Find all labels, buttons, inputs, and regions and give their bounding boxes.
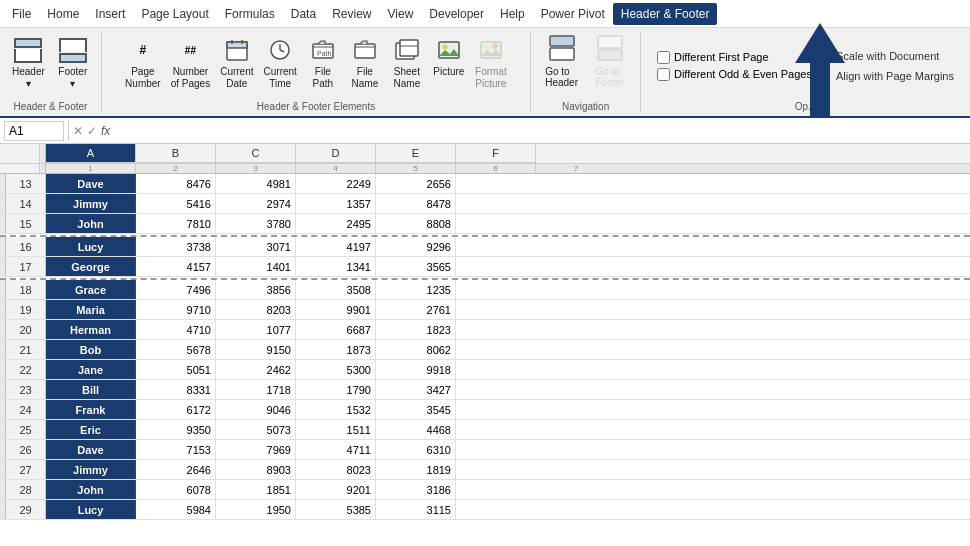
data-cell-e[interactable]: 6310	[376, 440, 456, 459]
file-path-button[interactable]: Path FilePath	[303, 32, 343, 92]
data-cell-b[interactable]: 5416	[136, 194, 216, 213]
data-cell-c[interactable]: 9046	[216, 400, 296, 419]
data-cell-c[interactable]: 4981	[216, 174, 296, 193]
page-number-button[interactable]: # PageNumber	[121, 32, 165, 92]
menu-file[interactable]: File	[4, 3, 39, 25]
data-cell-c[interactable]: 8903	[216, 460, 296, 479]
data-cell-f[interactable]	[456, 174, 536, 193]
sheet-name-button[interactable]: SheetName	[387, 32, 427, 92]
data-cell-f[interactable]	[456, 300, 536, 319]
data-cell-d[interactable]: 4711	[296, 440, 376, 459]
data-cell-f[interactable]	[456, 400, 536, 419]
scale-with-document-item[interactable]: Scale with Document	[836, 50, 954, 62]
data-cell-c[interactable]: 1718	[216, 380, 296, 399]
data-cell-name[interactable]: Jane	[46, 360, 136, 379]
data-cell-c[interactable]: 3071	[216, 237, 296, 256]
menu-developer[interactable]: Developer	[421, 3, 492, 25]
cancel-icon[interactable]: ✕	[73, 124, 83, 138]
data-cell-d[interactable]: 1511	[296, 420, 376, 439]
data-cell-b[interactable]: 5984	[136, 500, 216, 519]
data-cell-b[interactable]: 9710	[136, 300, 216, 319]
data-cell-name[interactable]: Dave	[46, 440, 136, 459]
data-cell-name[interactable]: Herman	[46, 320, 136, 339]
data-cell-d[interactable]: 1532	[296, 400, 376, 419]
different-first-page-checkbox[interactable]	[657, 51, 670, 64]
menu-home[interactable]: Home	[39, 3, 87, 25]
table-row[interactable]: 24Frank6172904615323545	[0, 400, 970, 420]
data-cell-d[interactable]: 8023	[296, 460, 376, 479]
data-cell-e[interactable]: 3545	[376, 400, 456, 419]
data-cell-e[interactable]: 3186	[376, 480, 456, 499]
data-cell-c[interactable]: 1851	[216, 480, 296, 499]
data-cell-e[interactable]: 2761	[376, 300, 456, 319]
table-row[interactable]: 20Herman4710107766871823	[0, 320, 970, 340]
go-to-footer-button[interactable]: Go toFooter	[588, 32, 632, 90]
data-cell-f[interactable]	[456, 440, 536, 459]
data-cell-name[interactable]: John	[46, 480, 136, 499]
data-cell-f[interactable]	[456, 460, 536, 479]
menu-power-pivot[interactable]: Power Pivot	[533, 3, 613, 25]
confirm-icon[interactable]: ✓	[87, 124, 97, 138]
data-cell-c[interactable]: 3780	[216, 214, 296, 233]
data-cell-b[interactable]: 2646	[136, 460, 216, 479]
align-with-margins-item[interactable]: Align with Page Margins	[836, 70, 954, 82]
data-cell-f[interactable]	[456, 420, 536, 439]
data-cell-b[interactable]: 8331	[136, 380, 216, 399]
fx-icon[interactable]: fx	[101, 124, 110, 138]
data-cell-c[interactable]: 1401	[216, 257, 296, 276]
data-cell-name[interactable]: George	[46, 257, 136, 276]
data-cell-e[interactable]: 9918	[376, 360, 456, 379]
data-cell-name[interactable]: Dave	[46, 174, 136, 193]
data-cell-e[interactable]: 8478	[376, 194, 456, 213]
col-a-header[interactable]: A	[46, 144, 136, 163]
data-cell-e[interactable]: 3565	[376, 257, 456, 276]
table-row[interactable]: 27Jimmy2646890380231819	[0, 460, 970, 480]
col-f-header[interactable]: F	[456, 144, 536, 163]
data-cell-c[interactable]: 2462	[216, 360, 296, 379]
data-cell-name[interactable]: Grace	[46, 280, 136, 299]
cell-reference-box[interactable]: A1	[4, 121, 64, 141]
data-cell-e[interactable]: 1819	[376, 460, 456, 479]
header-button[interactable]: Header▾	[8, 32, 49, 92]
menu-help[interactable]: Help	[492, 3, 533, 25]
footer-button[interactable]: Footer▾	[53, 32, 93, 92]
data-cell-b[interactable]: 5051	[136, 360, 216, 379]
data-cell-d[interactable]: 9201	[296, 480, 376, 499]
data-cell-f[interactable]	[456, 194, 536, 213]
table-row[interactable]: 14Jimmy5416297413578478	[0, 194, 970, 214]
format-picture-button[interactable]: FormatPicture	[471, 32, 511, 92]
current-date-button[interactable]: CurrentDate	[216, 32, 257, 92]
data-cell-e[interactable]: 3115	[376, 500, 456, 519]
data-cell-e[interactable]: 4468	[376, 420, 456, 439]
table-row[interactable]: 21Bob5678915018738062	[0, 340, 970, 360]
data-cell-name[interactable]: Bob	[46, 340, 136, 359]
data-cell-b[interactable]: 4710	[136, 320, 216, 339]
data-cell-e[interactable]: 8808	[376, 214, 456, 233]
data-cell-d[interactable]: 9901	[296, 300, 376, 319]
data-cell-f[interactable]	[456, 380, 536, 399]
data-cell-c[interactable]: 1077	[216, 320, 296, 339]
data-cell-b[interactable]: 7810	[136, 214, 216, 233]
menu-formulas[interactable]: Formulas	[217, 3, 283, 25]
data-cell-c[interactable]: 2974	[216, 194, 296, 213]
data-cell-b[interactable]: 3738	[136, 237, 216, 256]
data-cell-f[interactable]	[456, 214, 536, 233]
table-row[interactable]: 18Grace7496385635081235	[0, 280, 970, 300]
data-cell-e[interactable]: 8062	[376, 340, 456, 359]
data-cell-c[interactable]: 7969	[216, 440, 296, 459]
go-to-header-button[interactable]: Go toHeader	[539, 32, 584, 90]
formula-input[interactable]	[114, 124, 966, 138]
table-row[interactable]: 29Lucy5984195053853115	[0, 500, 970, 520]
data-cell-f[interactable]	[456, 280, 536, 299]
data-cell-d[interactable]: 1873	[296, 340, 376, 359]
data-cell-e[interactable]: 2656	[376, 174, 456, 193]
table-row[interactable]: 19Maria9710820399012761	[0, 300, 970, 320]
data-cell-d[interactable]: 1357	[296, 194, 376, 213]
data-cell-d[interactable]: 4197	[296, 237, 376, 256]
menu-page-layout[interactable]: Page Layout	[133, 3, 216, 25]
different-first-page-label[interactable]: Different First Page	[657, 51, 812, 64]
data-cell-d[interactable]: 2495	[296, 214, 376, 233]
number-of-pages-button[interactable]: ## Numberof Pages	[167, 32, 214, 92]
data-cell-f[interactable]	[456, 340, 536, 359]
menu-view[interactable]: View	[380, 3, 422, 25]
